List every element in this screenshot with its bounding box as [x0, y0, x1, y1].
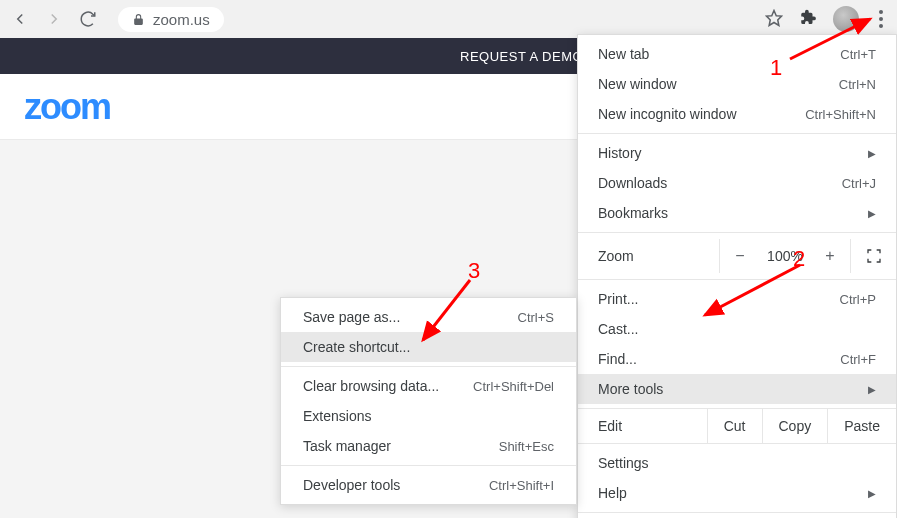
fullscreen-button[interactable]	[850, 239, 896, 273]
annotation-2: 2	[793, 246, 805, 272]
submenu-save-page[interactable]: Save page as... Ctrl+S	[281, 302, 576, 332]
menu-new-window[interactable]: New window Ctrl+N	[578, 69, 896, 99]
edit-copy-button[interactable]: Copy	[762, 409, 828, 443]
svg-marker-0	[767, 10, 782, 25]
more-tools-submenu: Save page as... Ctrl+S Create shortcut..…	[280, 297, 577, 505]
chrome-menu: New tab Ctrl+T New window Ctrl+N New inc…	[577, 34, 897, 518]
menu-find[interactable]: Find... Ctrl+F	[578, 344, 896, 374]
zoom-logo[interactable]: zoom	[24, 86, 110, 128]
chevron-right-icon: ▶	[868, 148, 876, 159]
submenu-clear-data[interactable]: Clear browsing data... Ctrl+Shift+Del	[281, 371, 576, 401]
submenu-dev-tools[interactable]: Developer tools Ctrl+Shift+I	[281, 470, 576, 500]
menu-print[interactable]: Print... Ctrl+P	[578, 284, 896, 314]
url-text: zoom.us	[153, 11, 210, 28]
back-button[interactable]	[10, 9, 30, 29]
menu-settings[interactable]: Settings	[578, 448, 896, 478]
menu-zoom-row: Zoom − 100% +	[578, 232, 896, 280]
annotation-1: 1	[770, 55, 782, 81]
menu-new-tab[interactable]: New tab Ctrl+T	[578, 39, 896, 69]
menu-bookmarks[interactable]: Bookmarks ▶	[578, 198, 896, 228]
request-demo-link[interactable]: REQUEST A DEMO	[460, 49, 583, 64]
chrome-menu-button[interactable]	[875, 6, 887, 32]
address-bar[interactable]: zoom.us	[118, 7, 224, 32]
reload-button[interactable]	[78, 9, 98, 29]
lock-icon	[132, 13, 145, 26]
annotation-3: 3	[468, 258, 480, 284]
chevron-right-icon: ▶	[868, 208, 876, 219]
menu-downloads[interactable]: Downloads Ctrl+J	[578, 168, 896, 198]
edit-cut-button[interactable]: Cut	[707, 409, 762, 443]
menu-help[interactable]: Help ▶	[578, 478, 896, 508]
chevron-right-icon: ▶	[868, 488, 876, 499]
menu-new-incognito[interactable]: New incognito window Ctrl+Shift+N	[578, 99, 896, 129]
forward-button[interactable]	[44, 9, 64, 29]
extensions-icon[interactable]	[799, 9, 817, 30]
avatar[interactable]	[833, 6, 859, 32]
menu-history[interactable]: History ▶	[578, 138, 896, 168]
menu-more-tools[interactable]: More tools ▶	[578, 374, 896, 404]
submenu-task-manager[interactable]: Task manager Shift+Esc	[281, 431, 576, 461]
submenu-extensions[interactable]: Extensions	[281, 401, 576, 431]
browser-toolbar: zoom.us	[0, 0, 897, 38]
menu-cast[interactable]: Cast...	[578, 314, 896, 344]
chevron-right-icon: ▶	[868, 384, 876, 395]
edit-paste-button[interactable]: Paste	[827, 409, 896, 443]
submenu-create-shortcut[interactable]: Create shortcut...	[281, 332, 576, 362]
bookmark-star-icon[interactable]	[765, 9, 783, 30]
menu-edit-row: Edit Cut Copy Paste	[578, 408, 896, 444]
zoom-out-button[interactable]: −	[720, 247, 760, 265]
zoom-in-button[interactable]: +	[810, 247, 850, 265]
